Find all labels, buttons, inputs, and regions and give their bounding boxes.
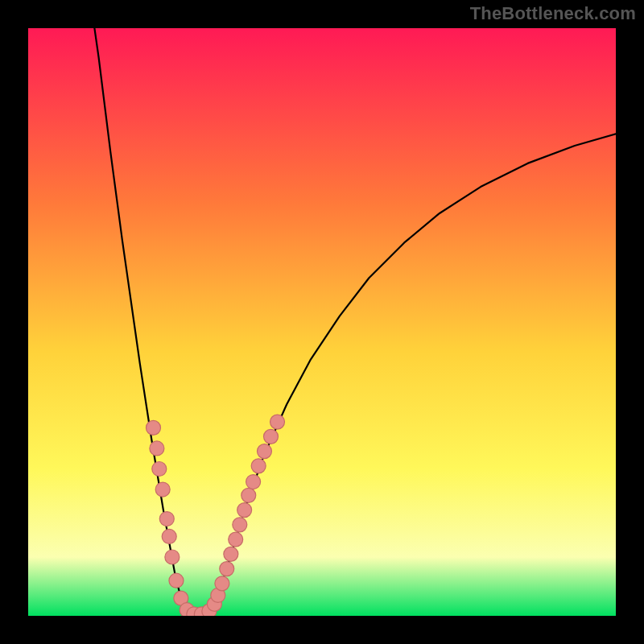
svg-point-26 [251,459,266,473]
svg-point-8 [162,529,176,543]
svg-point-7 [159,512,174,526]
svg-rect-2 [28,28,616,616]
svg-point-23 [237,503,252,518]
svg-point-27 [257,444,271,459]
svg-point-5 [152,462,167,477]
svg-point-18 [215,576,229,591]
svg-point-29 [270,415,285,429]
svg-point-6 [155,482,170,497]
svg-point-9 [165,550,180,564]
svg-point-24 [242,488,256,502]
bottleneck-chart [0,0,644,644]
svg-point-25 [246,475,261,489]
svg-point-4 [150,441,164,456]
chart-frame: TheBottleneck.com [0,0,644,644]
attribution-label: TheBottleneck.com [470,3,636,24]
svg-point-22 [233,518,247,532]
svg-point-3 [146,420,160,435]
svg-point-28 [263,429,278,444]
svg-point-19 [220,562,234,576]
svg-point-20 [224,547,238,561]
svg-point-10 [169,573,184,588]
svg-point-21 [229,532,243,547]
